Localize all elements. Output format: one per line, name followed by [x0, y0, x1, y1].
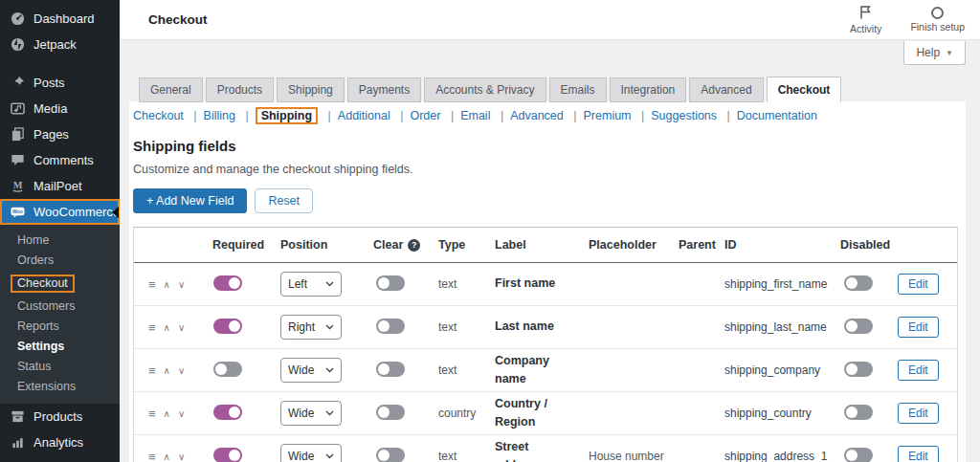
drag-handle-icon[interactable]: ≡ [148, 363, 156, 378]
required-toggle[interactable] [213, 448, 242, 462]
required-toggle[interactable] [213, 319, 242, 334]
move-up-icon[interactable]: ∧ [164, 408, 170, 419]
drag-handle-icon[interactable]: ≡ [148, 277, 156, 292]
drag-handle-icon[interactable]: ≡ [148, 320, 156, 335]
tab-emails[interactable]: Emails [549, 77, 607, 102]
sidebar-subitem-customers[interactable]: Customers [0, 297, 120, 317]
subnav-item-billing: Billing [187, 109, 235, 122]
pin-icon [10, 76, 25, 91]
sidebar-subitem-settings[interactable]: Settings [0, 337, 120, 357]
sidebar-item-comments[interactable]: Comments [0, 147, 120, 173]
edit-button[interactable]: Edit [898, 317, 939, 338]
subnav-link-additional[interactable]: Additional [338, 109, 390, 122]
move-down-icon[interactable]: ∨ [178, 322, 185, 333]
sidebar-subitem-checkout[interactable]: Checkout [0, 271, 120, 297]
chevron-down-icon [325, 281, 334, 287]
subnav-item-email: Email [444, 109, 491, 122]
tab-integration[interactable]: Integration [610, 77, 687, 102]
subnav-link-billing[interactable]: Billing [204, 109, 235, 122]
position-select[interactable]: Wide [280, 401, 342, 426]
move-up-icon[interactable]: ∧ [164, 322, 170, 333]
disabled-toggle[interactable] [844, 275, 873, 291]
sidebar-subitem-orders[interactable]: Orders [0, 251, 120, 271]
sidebar-item-jetpack[interactable]: Jetpack [0, 32, 120, 57]
clear-toggle[interactable] [376, 362, 405, 377]
sidebar-subitem-extensions[interactable]: Extensions [0, 377, 120, 397]
top-header-bar: Checkout Activity Finish setup [120, 0, 980, 40]
sidebar-item-pages[interactable]: Pages [0, 121, 120, 147]
move-up-icon[interactable]: ∧ [164, 279, 170, 290]
tab-accounts-privacy[interactable]: Accounts & Privacy [424, 77, 546, 102]
jetpack-icon [10, 37, 25, 53]
svg-text:M: M [12, 180, 22, 190]
sidebar-item-media[interactable]: Media [0, 96, 120, 121]
tab-general[interactable]: General [139, 77, 203, 102]
move-down-icon[interactable]: ∨ [178, 279, 185, 290]
clear-toggle[interactable] [376, 405, 405, 420]
subnav-link-email[interactable]: Email [460, 109, 490, 122]
position-select[interactable]: Wide [280, 358, 342, 383]
field-type: country [438, 407, 495, 420]
disabled-toggle[interactable] [844, 319, 873, 334]
tab-payments[interactable]: Payments [347, 77, 421, 102]
clear-toggle[interactable] [376, 319, 405, 334]
sidebar-item-analytics[interactable]: Analytics [0, 429, 120, 455]
move-up-icon[interactable]: ∧ [164, 365, 170, 376]
subnav-link-shipping[interactable]: Shipping [256, 107, 318, 124]
required-toggle[interactable] [213, 362, 242, 377]
subnav-link-premium[interactable]: Premium [584, 109, 632, 122]
tab-advanced[interactable]: Advanced [689, 77, 763, 102]
sidebar-subitem-home[interactable]: Home [0, 231, 120, 251]
disabled-toggle[interactable] [844, 448, 873, 462]
clear-toggle[interactable] [376, 275, 405, 291]
tab-shipping[interactable]: Shipping [277, 77, 345, 102]
subnav-link-checkout[interactable]: Checkout [133, 109, 184, 122]
subnav-link-suggestions[interactable]: Suggestions [651, 109, 717, 122]
reset-button[interactable]: Reset [255, 188, 313, 213]
activity-button[interactable]: Activity [850, 5, 881, 34]
move-up-icon[interactable]: ∧ [164, 451, 170, 462]
sidebar-item-woocommerce[interactable]: Woo WooCommerce [0, 199, 120, 225]
disabled-toggle[interactable] [844, 362, 873, 377]
position-select[interactable]: Left [280, 272, 342, 297]
tab-checkout[interactable]: Checkout [767, 77, 842, 102]
position-select[interactable]: Right [280, 315, 342, 340]
drag-handle-icon[interactable]: ≡ [148, 407, 156, 421]
tab-products[interactable]: Products [206, 77, 274, 102]
field-id: shipping_last_name [724, 320, 840, 334]
move-down-icon[interactable]: ∨ [178, 365, 185, 376]
sidebar-subitem-reports[interactable]: Reports [0, 317, 120, 337]
svg-text:Woo: Woo [11, 209, 22, 214]
position-select[interactable]: Wide [280, 444, 342, 462]
subnav-link-advanced[interactable]: Advanced [510, 109, 564, 122]
page-title: Checkout [148, 12, 821, 27]
clear-toggle[interactable] [376, 448, 405, 462]
help-button[interactable]: Help ▼ [903, 41, 966, 65]
sidebar-item-mailpoet[interactable]: M MailPoet [0, 173, 120, 199]
required-toggle[interactable] [213, 275, 242, 291]
drag-handle-icon[interactable]: ≡ [148, 450, 156, 462]
sidebar-item-dashboard[interactable]: Dashboard [0, 6, 120, 32]
sidebar-item-label: MailPoet [33, 179, 82, 193]
add-new-field-button[interactable]: + Add New Field [133, 188, 247, 213]
move-down-icon[interactable]: ∨ [178, 408, 185, 419]
help-label: Help [916, 46, 940, 59]
finish-setup-button[interactable]: Finish setup [910, 7, 965, 33]
subnav-item-advanced: Advanced [494, 109, 564, 122]
move-down-icon[interactable]: ∨ [178, 451, 185, 462]
sidebar-item-marketing[interactable]: Marketing [0, 455, 120, 462]
sidebar-item-products[interactable]: Products [0, 404, 120, 429]
required-toggle[interactable] [213, 405, 242, 420]
chevron-down-icon [325, 324, 334, 330]
subnav-link-order[interactable]: Order [410, 109, 440, 122]
help-tooltip-icon[interactable] [408, 239, 420, 252]
edit-button[interactable]: Edit [898, 360, 939, 381]
sidebar-item-posts[interactable]: Posts [0, 70, 120, 96]
disabled-toggle[interactable] [844, 405, 873, 420]
edit-button[interactable]: Edit [898, 403, 939, 424]
subnav-link-documentation[interactable]: Documentation [737, 109, 817, 122]
edit-button[interactable]: Edit [898, 274, 939, 295]
row-controls: ≡∧∨ [134, 277, 212, 292]
edit-button[interactable]: Edit [898, 446, 939, 462]
sidebar-subitem-status[interactable]: Status [0, 357, 120, 377]
